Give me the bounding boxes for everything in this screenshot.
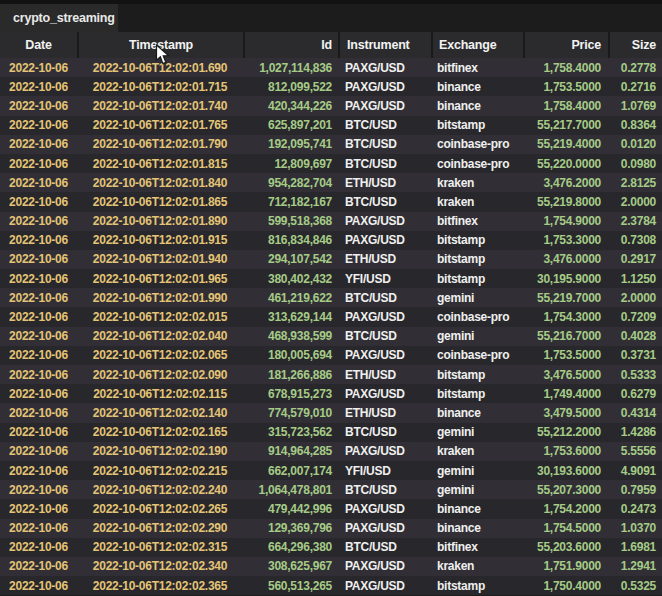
cell-exchange: gemini	[431, 423, 523, 442]
table-row[interactable]: 2022-10-062022-10-06T12:02:02.340308,625…	[0, 557, 662, 576]
cell-price: 55,220.0000	[523, 154, 608, 173]
cell-instrument: BTC/USD	[338, 423, 431, 442]
table-row[interactable]: 2022-10-062022-10-06T12:02:01.965380,402…	[0, 269, 662, 288]
cell-date: 2022-10-06	[0, 154, 77, 173]
cell-date: 2022-10-06	[0, 365, 77, 384]
cell-timestamp: 2022-10-06T12:02:02.165	[77, 423, 243, 442]
table-row[interactable]: 2022-10-062022-10-06T12:02:01.765625,897…	[0, 116, 662, 135]
cell-id: 181,266,886	[243, 365, 338, 384]
table-row[interactable]: 2022-10-062022-10-06T12:02:02.065180,005…	[0, 346, 662, 365]
cell-instrument: PAXG/USD	[338, 346, 431, 365]
cell-instrument: PAXG/USD	[338, 384, 431, 403]
table-row[interactable]: 2022-10-062022-10-06T12:02:02.365560,513…	[0, 576, 662, 595]
table-row[interactable]: 2022-10-062022-10-06T12:02:01.940294,107…	[0, 250, 662, 269]
table-row[interactable]: 2022-10-062022-10-06T12:02:02.315664,296…	[0, 538, 662, 557]
table-row[interactable]: 2022-10-062022-10-06T12:02:02.090181,266…	[0, 365, 662, 384]
table-header: DateTimestampIdInstrumentExchangePriceSi…	[0, 32, 662, 58]
table-row[interactable]: 2022-10-062022-10-06T12:02:02.215662,007…	[0, 461, 662, 480]
cell-timestamp: 2022-10-06T12:02:02.340	[77, 557, 243, 576]
cell-exchange: bitfinex	[431, 58, 523, 77]
column-header-exchange[interactable]: Exchange	[431, 32, 523, 58]
table-row[interactable]: 2022-10-062022-10-06T12:02:02.015313,629…	[0, 307, 662, 326]
cell-size: 2.3784	[608, 212, 662, 231]
cell-id: 662,007,174	[243, 461, 338, 480]
cell-instrument: BTC/USD	[338, 480, 431, 499]
cell-date: 2022-10-06	[0, 173, 77, 192]
cell-date: 2022-10-06	[0, 538, 77, 557]
cell-id: 954,282,704	[243, 173, 338, 192]
cell-date: 2022-10-06	[0, 212, 77, 231]
cell-exchange: binance	[431, 77, 523, 96]
cell-date: 2022-10-06	[0, 288, 77, 307]
table-row[interactable]: 2022-10-062022-10-06T12:02:02.265479,442…	[0, 499, 662, 518]
cell-exchange: kraken	[431, 173, 523, 192]
cell-id: 294,107,542	[243, 250, 338, 269]
column-header-date[interactable]: Date	[0, 32, 77, 58]
table-row[interactable]: 2022-10-062022-10-06T12:02:01.915816,834…	[0, 231, 662, 250]
column-header-size[interactable]: Size	[608, 32, 662, 58]
cell-price: 55,203.6000	[523, 538, 608, 557]
table-row[interactable]: 2022-10-062022-10-06T12:02:01.6901,027,1…	[0, 58, 662, 77]
cell-date: 2022-10-06	[0, 576, 77, 595]
cell-id: 1,064,478,801	[243, 480, 338, 499]
table-row[interactable]: 2022-10-062022-10-06T12:02:02.2401,064,4…	[0, 480, 662, 499]
cell-id: 12,809,697	[243, 154, 338, 173]
table-row[interactable]: 2022-10-062022-10-06T12:02:01.840954,282…	[0, 173, 662, 192]
tab-label: crypto_streaming	[13, 11, 115, 25]
cell-size: 0.2473	[608, 499, 662, 518]
table-row[interactable]: 2022-10-062022-10-06T12:02:01.865712,182…	[0, 192, 662, 211]
cell-id: 308,625,967	[243, 557, 338, 576]
cell-instrument: ETH/USD	[338, 365, 431, 384]
cell-timestamp: 2022-10-06T12:02:02.290	[77, 519, 243, 538]
cell-instrument: PAXG/USD	[338, 96, 431, 115]
tab-bar: crypto_streaming	[0, 4, 662, 32]
cell-instrument: BTC/USD	[338, 538, 431, 557]
cell-exchange: binance	[431, 499, 523, 518]
table-row[interactable]: 2022-10-062022-10-06T12:02:02.115678,915…	[0, 384, 662, 403]
cell-size: 0.0120	[608, 135, 662, 154]
cell-instrument: PAXG/USD	[338, 77, 431, 96]
table-row[interactable]: 2022-10-062022-10-06T12:02:02.290129,369…	[0, 519, 662, 538]
cell-price: 1,754.2000	[523, 499, 608, 518]
cell-price: 55,207.3000	[523, 480, 608, 499]
cell-size: 2.0000	[608, 288, 662, 307]
cell-timestamp: 2022-10-06T12:02:01.915	[77, 231, 243, 250]
column-header-instrument[interactable]: Instrument	[338, 32, 431, 58]
table-row[interactable]: 2022-10-062022-10-06T12:02:02.190914,964…	[0, 442, 662, 461]
cell-timestamp: 2022-10-06T12:02:01.690	[77, 58, 243, 77]
cell-timestamp: 2022-10-06T12:02:01.790	[77, 135, 243, 154]
cell-exchange: coinbase-pro	[431, 346, 523, 365]
table-row[interactable]: 2022-10-062022-10-06T12:02:01.81512,809,…	[0, 154, 662, 173]
cell-instrument: ETH/USD	[338, 173, 431, 192]
cell-timestamp: 2022-10-06T12:02:02.015	[77, 307, 243, 326]
table-row[interactable]: 2022-10-062022-10-06T12:02:01.990461,219…	[0, 288, 662, 307]
table-row[interactable]: 2022-10-062022-10-06T12:02:01.790192,095…	[0, 135, 662, 154]
cell-size: 0.2716	[608, 77, 662, 96]
cell-id: 420,344,226	[243, 96, 338, 115]
cell-id: 1,027,114,836	[243, 58, 338, 77]
column-header-timestamp[interactable]: Timestamp	[77, 32, 243, 58]
cell-exchange: kraken	[431, 442, 523, 461]
cell-id: 380,402,432	[243, 269, 338, 288]
column-header-price[interactable]: Price	[523, 32, 608, 58]
table-row[interactable]: 2022-10-062022-10-06T12:02:01.890599,518…	[0, 212, 662, 231]
cell-instrument: PAXG/USD	[338, 576, 431, 595]
table-row[interactable]: 2022-10-062022-10-06T12:02:02.040468,938…	[0, 327, 662, 346]
cell-date: 2022-10-06	[0, 346, 77, 365]
cell-instrument: PAXG/USD	[338, 499, 431, 518]
table-row[interactable]: 2022-10-062022-10-06T12:02:02.140774,579…	[0, 403, 662, 422]
table-row[interactable]: 2022-10-062022-10-06T12:02:01.740420,344…	[0, 96, 662, 115]
cell-instrument: PAXG/USD	[338, 519, 431, 538]
column-header-id[interactable]: Id	[243, 32, 338, 58]
cell-price: 1,751.9000	[523, 557, 608, 576]
table-row[interactable]: 2022-10-062022-10-06T12:02:02.165315,723…	[0, 423, 662, 442]
cell-price: 3,476.2000	[523, 173, 608, 192]
cell-exchange: bitstamp	[431, 365, 523, 384]
cell-date: 2022-10-06	[0, 116, 77, 135]
cell-exchange: bitstamp	[431, 576, 523, 595]
tab-crypto-streaming[interactable]: crypto_streaming	[0, 4, 118, 32]
cell-exchange: gemini	[431, 327, 523, 346]
cell-price: 1,749.4000	[523, 384, 608, 403]
table-row[interactable]: 2022-10-062022-10-06T12:02:01.715812,099…	[0, 77, 662, 96]
cell-exchange: binance	[431, 96, 523, 115]
